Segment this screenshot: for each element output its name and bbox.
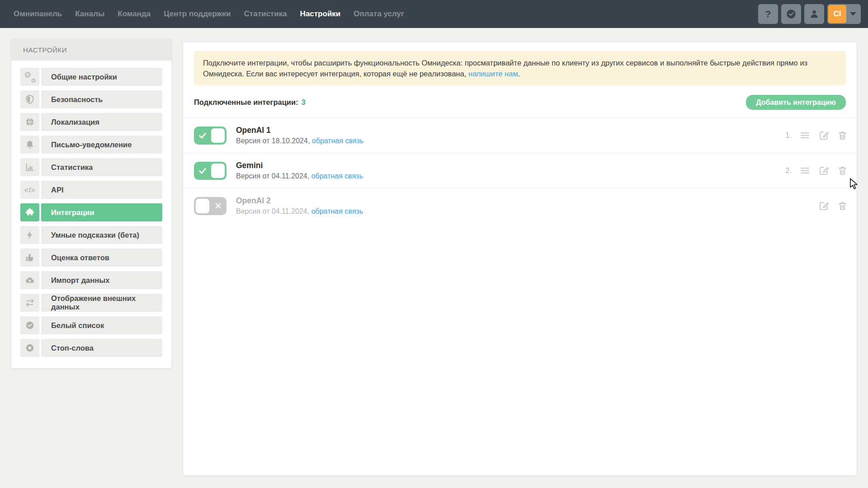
check-badge-icon <box>20 316 39 334</box>
nav-item-billing[interactable]: Оплата услуг <box>354 9 404 19</box>
feedback-link[interactable]: обратная связь <box>311 172 363 180</box>
integration-version: Версия от 04.11.2024, <box>236 172 309 180</box>
trash-icon[interactable] <box>837 130 848 141</box>
integration-row: OpenAI 1 Версия от 18.10.2024, обратная … <box>183 117 857 153</box>
row-actions: 1. <box>785 130 848 141</box>
sidebar-item-label: Письмо-уведомление <box>41 136 162 154</box>
sidebar-item-answer-rating[interactable]: Оценка ответов <box>20 249 162 267</box>
nav-item-statistics[interactable]: Статистика <box>244 9 287 19</box>
check-icon <box>194 127 211 145</box>
code-icon: </> <box>20 181 39 199</box>
sidebar-item-general-settings[interactable]: ⚙⚙ Общие настройки <box>20 68 162 86</box>
row-actions: 2. <box>785 165 848 176</box>
sidebar-item-smart-hints[interactable]: Умные подсказки (бета) <box>20 226 162 244</box>
add-integration-button[interactable]: Добавить интеграцию <box>746 95 846 110</box>
gears-icon: ⚙⚙ <box>20 68 39 86</box>
sidebar-items: ⚙⚙ Общие настройки Безопасность Локализа… <box>11 61 171 357</box>
sidebar-item-label: Стоп-слова <box>41 339 162 357</box>
sidebar-item-integrations[interactable]: Интеграции <box>20 203 162 221</box>
row-actions <box>818 200 848 211</box>
main-nav: Омнипанель Каналы Команда Центр поддержк… <box>14 9 404 19</box>
sidebar-item-label: Локализация <box>41 113 162 131</box>
edit-icon[interactable] <box>818 130 830 141</box>
integration-row: Gemini Версия от 04.11.2024, обратная св… <box>183 153 857 188</box>
nav-item-omnipanel[interactable]: Омнипанель <box>14 9 62 19</box>
toggle-knob <box>211 164 225 178</box>
bar-chart-icon <box>20 158 39 176</box>
user-icon <box>808 8 820 20</box>
list-header: Подключенные интеграции: 3 Добавить инте… <box>194 95 846 110</box>
check-icon <box>194 162 211 180</box>
integration-info: OpenAI 2 Версия от 04.11.2024, обратная … <box>236 196 363 216</box>
sidebar-item-api[interactable]: </> API <box>20 181 162 199</box>
sidebar-item-localization[interactable]: Локализация <box>20 113 162 131</box>
sidebar-item-label: API <box>41 181 162 199</box>
toggle-knob <box>196 199 209 213</box>
toggle-knob <box>211 128 225 143</box>
drag-handle-icon[interactable] <box>799 130 811 141</box>
sidebar-item-label: Общие настройки <box>41 68 162 86</box>
connected-integrations-label: Подключенные интеграции: <box>194 98 298 107</box>
integration-version: Версия от 04.11.2024, <box>236 207 309 215</box>
top-navbar: Омнипанель Каналы Команда Центр поддержк… <box>0 0 868 28</box>
sidebar-title: НАСТРОЙКИ <box>11 39 171 61</box>
nav-right-controls: ? CI <box>758 4 861 24</box>
toggle-openai2[interactable] <box>194 197 226 215</box>
help-icon: ? <box>765 9 771 19</box>
profile-button[interactable] <box>804 4 824 24</box>
order-number: 1. <box>785 131 792 140</box>
integrations-panel: Подключите интеграции, чтобы расширить ф… <box>183 42 857 476</box>
help-button[interactable]: ? <box>758 4 778 24</box>
info-banner: Подключите интеграции, чтобы расширить ф… <box>194 51 846 85</box>
cross-icon <box>209 197 226 215</box>
sidebar-item-stop-words[interactable]: Стоп-слова <box>20 339 162 357</box>
sidebar-item-data-import[interactable]: Импорт данных <box>20 271 162 289</box>
trash-icon[interactable] <box>837 165 848 176</box>
order-number: 2. <box>785 166 792 175</box>
mouse-cursor <box>849 178 860 192</box>
thumb-up-icon <box>20 249 39 267</box>
feedback-link[interactable]: обратная связь <box>311 207 363 215</box>
nav-item-channels[interactable]: Каналы <box>75 9 104 19</box>
sidebar-item-label: Оценка ответов <box>41 249 162 267</box>
integration-title: OpenAI 1 <box>236 126 363 135</box>
integration-row: OpenAI 2 Версия от 04.11.2024, обратная … <box>183 188 857 223</box>
sidebar-item-label: Белый список <box>41 316 162 334</box>
chevron-down-icon <box>846 12 860 16</box>
integration-title: OpenAI 2 <box>236 196 363 206</box>
toggle-openai1[interactable] <box>194 127 226 145</box>
globe-icon <box>20 113 39 131</box>
sidebar-item-external-data[interactable]: Отображение внешних данных <box>20 294 162 312</box>
nav-item-team[interactable]: Команда <box>118 9 151 19</box>
connected-integrations-count: 3 <box>302 98 306 107</box>
write-us-link[interactable]: напишите нам <box>468 70 518 78</box>
integrations-list: OpenAI 1 Версия от 18.10.2024, обратная … <box>183 117 857 223</box>
banner-text-end: . <box>518 70 520 78</box>
account-menu-button[interactable]: CI <box>827 4 861 24</box>
sidebar-item-label: Умные подсказки (бета) <box>41 226 162 244</box>
feedback-link[interactable]: обратная связь <box>312 137 363 145</box>
nav-item-support-center[interactable]: Центр поддержки <box>164 9 231 19</box>
integration-info: OpenAI 1 Версия от 18.10.2024, обратная … <box>236 126 363 145</box>
sidebar-item-whitelist[interactable]: Белый список <box>20 316 162 334</box>
status-button[interactable] <box>781 4 801 24</box>
puzzle-icon <box>20 203 39 221</box>
swap-arrows-icon <box>20 294 39 312</box>
sidebar-item-label: Интеграции <box>41 203 162 221</box>
toggle-gemini[interactable] <box>194 162 226 180</box>
drag-handle-icon[interactable] <box>799 165 811 176</box>
badge-check-icon <box>785 8 797 20</box>
lightning-icon <box>20 226 39 244</box>
sidebar-item-statistics[interactable]: Статистика <box>20 158 162 176</box>
edit-icon[interactable] <box>818 165 830 176</box>
avatar: CI <box>828 5 846 23</box>
trash-icon[interactable] <box>837 201 848 211</box>
sidebar-item-security[interactable]: Безопасность <box>20 90 162 108</box>
shield-icon <box>20 90 39 108</box>
settings-sidebar: НАСТРОЙКИ ⚙⚙ Общие настройки Безопасност… <box>11 39 172 369</box>
cloud-upload-icon <box>20 271 39 289</box>
nav-item-settings[interactable]: Настройки <box>300 9 341 19</box>
sidebar-item-label: Безопасность <box>41 90 162 108</box>
edit-icon[interactable] <box>818 200 830 211</box>
sidebar-item-notification-email[interactable]: Письмо-уведомление <box>20 136 162 154</box>
